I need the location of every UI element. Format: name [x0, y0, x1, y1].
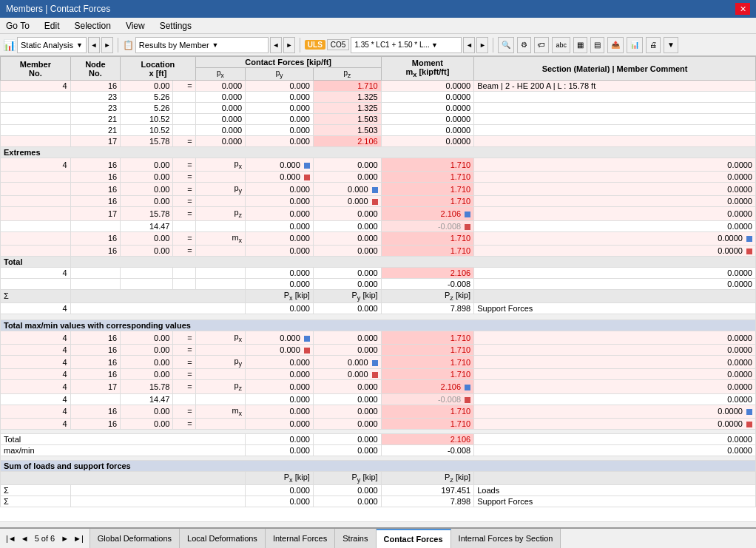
excel-button[interactable]: 📊 [627, 37, 643, 53]
page-first-button[interactable]: |◄ [4, 533, 18, 544]
tab-global-deformations[interactable]: Global Deformations [90, 529, 180, 548]
lc-dropdown[interactable]: 1.35 * LC1 + 1.50 * L... ▼ [351, 37, 462, 53]
tab-strains[interactable]: Strains [335, 529, 376, 548]
sum-py-header: Py [kip] [313, 471, 381, 484]
cell-px: 0.000 [246, 345, 314, 356]
results-prev-button[interactable]: ◄ [270, 37, 282, 53]
cell-member [1, 136, 71, 147]
cell-member: 4 [1, 418, 71, 429]
cell-location: 10.52 [121, 114, 173, 125]
abc-button[interactable]: abc [552, 37, 570, 53]
analysis-dropdown[interactable]: Static Analysis ▼ [17, 37, 87, 53]
page-prev-button[interactable]: ◄ [19, 533, 30, 544]
more-button[interactable]: ▼ [664, 37, 678, 53]
table-row: 4 16 0.00 = px 0.000 0.000 1.710 0.0000 [1, 158, 756, 172]
sum-last [474, 471, 756, 484]
grid-button[interactable]: ▦ [573, 37, 587, 53]
cell-location: 0.00 [121, 183, 173, 196]
cell-node: 16 [70, 356, 121, 369]
tag-button[interactable]: 🏷 [534, 37, 549, 53]
cell-member [1, 196, 71, 207]
tab-internal-forces[interactable]: Internal Forces [266, 529, 335, 548]
cell-label2: py [195, 183, 246, 196]
lc-prev-button[interactable]: ◄ [463, 37, 475, 53]
table-row: 21 10.52 0.000 0.000 1.503 0.0000 [1, 114, 756, 125]
cell-location: 0.00 [121, 231, 173, 245]
cell-member: 4 [1, 380, 71, 393]
table-row: 4 17 15.78 = pz 0.000 0.000 2.106 0.0000 [1, 380, 756, 393]
menu-edit[interactable]: Edit [41, 19, 63, 33]
cell-moment2: 0.0000 [474, 158, 756, 172]
col-node-no: NodeNo. [70, 57, 121, 81]
tab-contact-forces[interactable]: Contact Forces [377, 529, 451, 548]
cell-py2: 0.000 [313, 172, 381, 183]
cell-moment9: 0.0000 [474, 245, 756, 256]
cell-label7 [195, 245, 246, 256]
filter-button[interactable]: ⚙ [517, 37, 531, 53]
cell-moment: 0.0000 [381, 103, 474, 114]
menu-bar: Go To Edit Selection View Settings [0, 18, 756, 34]
tab-internal-forces-by-section[interactable]: Internal Forces by Section [451, 529, 561, 548]
table-row: 17 15.78 = pz 0.000 0.000 2.106 0.0000 [1, 207, 756, 220]
cell-py-tmin: 0.000 [313, 444, 381, 456]
cell-node: 17 [70, 380, 121, 393]
sum-sigma1-row: Σ 0.000 0.000 197.451 Loads [1, 484, 756, 495]
cell-px: 0.000 [246, 331, 314, 344]
cell-py: 0.000 [313, 369, 381, 380]
cell-member: 4 [1, 267, 71, 278]
cell-pz-t2: -0.008 [381, 278, 474, 289]
cell-eq: = [173, 405, 195, 418]
search-button[interactable]: 🔍 [498, 37, 514, 53]
cell-py: 0.000 [246, 278, 314, 289]
page-next-button[interactable]: ► [59, 533, 70, 544]
cell-eq: = [173, 331, 195, 344]
cell-label-sigma: Support Forces [474, 302, 756, 314]
cell-label [195, 418, 246, 429]
cell-moment: 0.0000 [474, 331, 756, 344]
page-last-button[interactable]: ►| [72, 533, 85, 544]
cell-pz-tmin: -0.008 [381, 444, 474, 456]
analysis-selector-group: 📊 Static Analysis ▼ ◄ ► [3, 37, 113, 53]
cell-pz4: 1.710 [381, 172, 474, 183]
lc-next-button[interactable]: ► [476, 37, 488, 53]
menu-view[interactable]: View [123, 19, 148, 33]
cell-location [121, 267, 173, 278]
cell-section [474, 114, 756, 125]
cell-location: 0.00 [121, 172, 173, 183]
menu-settings[interactable]: Settings [157, 19, 195, 33]
cell-moment: 0.0000 [474, 405, 756, 418]
cell-member [1, 172, 71, 183]
analysis-prev-button[interactable]: ◄ [88, 37, 100, 53]
lc-dropdown-arrow-icon: ▼ [431, 41, 438, 49]
grid2-button[interactable]: ▤ [590, 37, 604, 53]
cell-member [1, 125, 71, 136]
cell-location: 10.52 [121, 125, 173, 136]
cell-py: 0.000 [313, 331, 381, 344]
cell-py: 0.000 [246, 136, 314, 147]
cell-location: 14.47 [121, 393, 173, 405]
analysis-next-button[interactable]: ► [101, 37, 113, 53]
tab-local-deformations[interactable]: Local Deformations [180, 529, 266, 548]
results-dropdown[interactable]: Results by Member ▼ [135, 37, 269, 53]
cell-eq [173, 220, 195, 231]
horizontal-scrollbar[interactable] [0, 521, 756, 527]
cell-node: 16 [70, 345, 121, 356]
cell-px [195, 267, 246, 278]
cell-px: 0.000 [246, 369, 314, 380]
results-next-button[interactable]: ► [283, 37, 295, 53]
col-section: Section (Material) | Member Comment [474, 57, 756, 81]
cell-pz: 1.710 [381, 345, 474, 356]
cell-moment: 0.0000 [474, 356, 756, 369]
sigma-last [474, 289, 756, 302]
cell-pz7: 2.106 [381, 207, 474, 220]
cell-label: py [195, 356, 246, 369]
close-button[interactable]: ✕ [735, 3, 750, 15]
export-button[interactable]: 📤 [607, 37, 624, 53]
menu-selection[interactable]: Selection [72, 19, 114, 33]
cell-moment5: 0.0000 [474, 196, 756, 207]
cell-py8: 0.000 [313, 245, 381, 256]
print-button[interactable]: 🖨 [646, 37, 661, 53]
menu-goto[interactable]: Go To [3, 19, 33, 33]
cell-location: 0.00 [121, 331, 173, 344]
cell-py: 0.000 [246, 92, 314, 103]
